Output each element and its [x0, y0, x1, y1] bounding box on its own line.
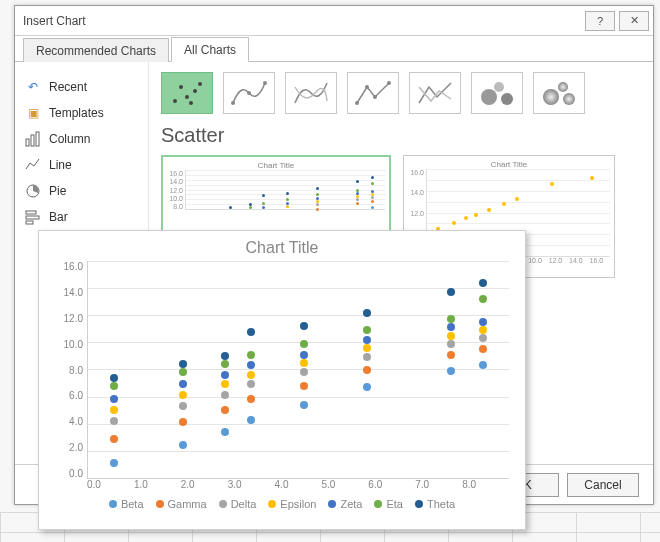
data-point	[221, 360, 229, 368]
svg-point-23	[543, 89, 559, 105]
tab-recommended-charts[interactable]: Recommended Charts	[23, 38, 169, 62]
data-point	[300, 368, 308, 376]
legend-swatch	[219, 500, 227, 508]
data-point	[247, 371, 255, 379]
tab-strip: Recommended Charts All Charts	[15, 36, 653, 62]
legend-swatch	[156, 500, 164, 508]
data-point	[221, 380, 229, 388]
data-point	[221, 371, 229, 379]
data-point	[479, 318, 487, 326]
preview-title: Chart Title	[408, 160, 610, 169]
sidebar-item-templates[interactable]: ▣ Templates	[21, 100, 142, 126]
data-point	[110, 417, 118, 425]
svg-rect-6	[26, 221, 33, 224]
sidebar-item-label: Templates	[49, 106, 104, 120]
legend-swatch	[374, 500, 382, 508]
legend-item: Eta	[374, 498, 403, 510]
data-point	[479, 334, 487, 342]
scatter-type-smooth-lines[interactable]	[285, 72, 337, 114]
sidebar-item-label: Column	[49, 132, 90, 146]
legend-item: Epsilon	[268, 498, 316, 510]
help-button[interactable]: ?	[585, 11, 615, 31]
data-point	[110, 382, 118, 390]
legend-swatch	[415, 500, 423, 508]
svg-point-20	[481, 89, 497, 105]
scatter-type-straight-lines-markers[interactable]	[347, 72, 399, 114]
data-point	[179, 368, 187, 376]
svg-point-17	[365, 85, 369, 89]
data-point	[447, 367, 455, 375]
svg-rect-1	[31, 135, 34, 146]
svg-rect-5	[26, 216, 39, 219]
svg-point-7	[173, 99, 177, 103]
svg-point-25	[563, 93, 575, 105]
close-icon: ✕	[630, 14, 639, 27]
data-point	[363, 353, 371, 361]
y-axis: 16.014.012.010.08.06.04.02.00.0	[55, 261, 87, 479]
data-point	[363, 309, 371, 317]
scatter-type-bubble-3d[interactable]	[533, 72, 585, 114]
scatter-type-markers[interactable]	[161, 72, 213, 114]
legend-item: Theta	[415, 498, 455, 510]
folder-icon: ▣	[25, 105, 41, 121]
data-point	[447, 288, 455, 296]
sidebar-item-column[interactable]: Column	[21, 126, 142, 152]
svg-point-16	[355, 101, 359, 105]
svg-point-9	[185, 95, 189, 99]
data-point	[247, 351, 255, 359]
sidebar-item-label: Recent	[49, 80, 87, 94]
scatter-type-bubble[interactable]	[471, 72, 523, 114]
legend-swatch	[328, 500, 336, 508]
x-axis: 0.01.02.03.04.05.06.07.08.0	[87, 479, 509, 490]
data-point	[363, 336, 371, 344]
plot-area	[87, 261, 509, 479]
preview-title: Chart Title	[167, 161, 385, 170]
data-point	[247, 361, 255, 369]
data-point	[300, 401, 308, 409]
svg-point-18	[373, 95, 377, 99]
data-point	[110, 395, 118, 403]
data-point	[300, 382, 308, 390]
svg-point-11	[198, 82, 202, 86]
data-point	[363, 344, 371, 352]
legend-swatch	[109, 500, 117, 508]
data-point	[221, 428, 229, 436]
sidebar-item-label: Bar	[49, 210, 68, 224]
svg-point-8	[179, 85, 183, 89]
svg-point-12	[189, 101, 193, 105]
cancel-button[interactable]: Cancel	[567, 473, 639, 497]
titlebar: Insert Chart ? ✕	[15, 6, 653, 36]
legend-item: Gamma	[156, 498, 207, 510]
data-point	[110, 459, 118, 467]
data-point	[300, 351, 308, 359]
data-point	[247, 380, 255, 388]
svg-point-13	[231, 101, 235, 105]
window-title: Insert Chart	[23, 14, 581, 28]
svg-point-15	[263, 81, 267, 85]
data-point	[110, 374, 118, 382]
data-point	[447, 351, 455, 359]
sidebar-item-pie[interactable]: Pie	[21, 178, 142, 204]
scatter-type-straight-lines[interactable]	[409, 72, 461, 114]
help-icon: ?	[597, 15, 603, 27]
sidebar-item-recent[interactable]: ↶ Recent	[21, 74, 142, 100]
svg-point-14	[247, 91, 251, 95]
data-point	[221, 352, 229, 360]
data-point	[447, 340, 455, 348]
data-point	[300, 340, 308, 348]
data-point	[300, 322, 308, 330]
data-point	[221, 406, 229, 414]
data-point	[247, 416, 255, 424]
tab-all-charts[interactable]: All Charts	[171, 37, 249, 62]
data-point	[179, 402, 187, 410]
svg-point-22	[501, 93, 513, 105]
data-point	[479, 326, 487, 334]
sidebar-item-line[interactable]: Line	[21, 152, 142, 178]
close-button[interactable]: ✕	[619, 11, 649, 31]
legend-item: Zeta	[328, 498, 362, 510]
pie-chart-icon	[25, 183, 41, 199]
legend-item: Beta	[109, 498, 144, 510]
legend: BetaGammaDeltaEpsilonZetaEtaTheta	[55, 498, 509, 510]
scatter-type-smooth-lines-markers[interactable]	[223, 72, 275, 114]
sidebar-item-bar[interactable]: Bar	[21, 204, 142, 230]
